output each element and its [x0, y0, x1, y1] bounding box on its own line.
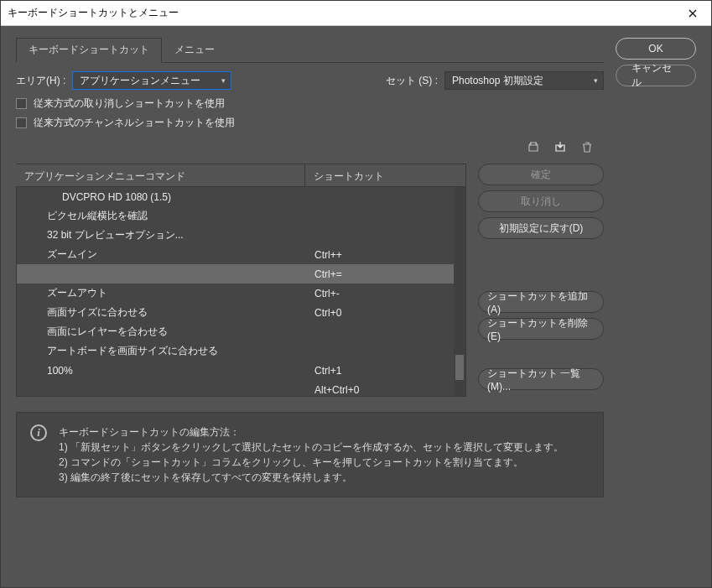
- table-row[interactable]: 32 bit プレビューオプション...: [17, 226, 465, 245]
- close-button[interactable]: [674, 1, 711, 26]
- area-label: エリア(H) :: [16, 74, 65, 88]
- dialog-content: キーボードショートカット メニュー エリア(H) : アプリケーションメニュー …: [1, 26, 711, 587]
- area-select-value: アプリケーションメニュー: [80, 74, 200, 88]
- set-select[interactable]: Photoshop 初期設定 ▾: [444, 71, 604, 90]
- cell-command: 画面サイズに合わせる: [17, 305, 306, 320]
- cell-command: ピクセル縦横比を確認: [17, 209, 306, 223]
- chevron-down-icon: ▾: [594, 76, 598, 85]
- save-as-icon: [527, 140, 540, 154]
- table-row[interactable]: ズームアウトCtrl+-: [17, 284, 465, 303]
- cancel-button[interactable]: キャンセル: [616, 65, 696, 86]
- summary-button[interactable]: ショートカット 一覧(M)...: [478, 368, 604, 390]
- side-column: OK キャンセル: [616, 38, 696, 575]
- help-title: キーボードショートカットの編集方法：: [59, 424, 564, 440]
- cell-command: 100%: [17, 365, 306, 377]
- dialog-window: キーボードショートカットとメニュー キーボードショートカット メニュー エリア(…: [0, 0, 712, 588]
- col-shortcut: ショートカット: [305, 164, 466, 186]
- table-row[interactable]: アートボードを画面サイズに合わせる: [17, 341, 465, 361]
- tabs: キーボードショートカット メニュー: [16, 38, 604, 63]
- tab-menus[interactable]: メニュー: [162, 38, 227, 62]
- table-body[interactable]: DVCPRO HD 1080 (1.5)ピクセル縦横比を確認32 bit プレビ…: [16, 187, 466, 397]
- trash-icon: [580, 140, 594, 154]
- area-select[interactable]: アプリケーションメニュー ▾: [72, 71, 231, 90]
- legacy-undo-label: 従来方式の取り消しショートカットを使用: [34, 96, 225, 111]
- table-row[interactable]: Alt+Ctrl+0: [17, 380, 465, 397]
- cell-shortcut: Ctrl+1: [306, 365, 465, 377]
- table-row[interactable]: ピクセル縦横比を確認: [17, 206, 465, 226]
- cell-command: 32 bit プレビューオプション...: [17, 228, 306, 242]
- cell-shortcut: Ctrl+-: [306, 288, 465, 299]
- main-column: キーボードショートカット メニュー エリア(H) : アプリケーションメニュー …: [16, 38, 604, 575]
- help-text: キーボードショートカットの編集方法： 1) 「新規セット」ボタンをクリックして選…: [59, 424, 564, 485]
- add-shortcut-button[interactable]: ショートカットを追加(A): [478, 291, 604, 313]
- table-row[interactable]: DVCPRO HD 1080 (1.5): [17, 187, 465, 206]
- close-icon: [689, 9, 697, 18]
- titlebar: キーボードショートカットとメニュー: [1, 1, 711, 26]
- window-title: キーボードショートカットとメニュー: [8, 6, 179, 20]
- col-command: アプリケーションメニューコマンド: [16, 164, 305, 186]
- cell-command: DVCPRO HD 1080 (1.5): [17, 191, 306, 203]
- cell-command: ズームアウト: [17, 286, 306, 300]
- table-header: アプリケーションメニューコマンド ショートカット: [16, 164, 466, 187]
- cell-shortcut: Alt+Ctrl+0: [306, 384, 465, 396]
- set-toolbar: [16, 138, 595, 155]
- save-icon: [553, 140, 567, 154]
- undo-button[interactable]: 取り消し: [478, 190, 604, 212]
- table-row[interactable]: 画面サイズに合わせるCtrl+0: [17, 303, 465, 322]
- cell-command: ズームイン: [17, 247, 306, 262]
- delete-set-button[interactable]: [579, 138, 595, 155]
- save-set-button[interactable]: [552, 138, 569, 155]
- table-row[interactable]: Ctrl+=: [17, 264, 465, 284]
- info-icon: i: [30, 424, 47, 441]
- action-buttons: 確定 取り消し 初期設定に戻す(D) ショートカットを追加(A) ショートカット…: [478, 164, 604, 397]
- legacy-undo-checkbox[interactable]: [16, 98, 27, 109]
- table-row[interactable]: ズームインCtrl++: [17, 245, 465, 264]
- scrollbar-thumb[interactable]: [455, 355, 464, 380]
- top-controls: エリア(H) : アプリケーションメニュー ▾ セット (S) : Photos…: [16, 71, 604, 135]
- new-set-button[interactable]: [525, 138, 542, 155]
- help-line-2: 2) コマンドの「ショートカット」コラムをクリックし、キーを押してショートカット…: [59, 455, 564, 470]
- help-line-3: 3) 編集の終了後にセットを保存してすべての変更を保持します。: [59, 470, 564, 485]
- set-select-value: Photoshop 初期設定: [452, 74, 543, 88]
- help-line-1: 1) 「新規セット」ボタンをクリックして選択したセットのコピーを作成するか、セッ…: [59, 440, 564, 455]
- tab-shortcuts[interactable]: キーボードショートカット: [16, 38, 162, 63]
- table-row[interactable]: 画面にレイヤーを合わせる: [17, 322, 465, 341]
- cell-shortcut: Ctrl+0: [306, 307, 465, 319]
- cell-command: 画面にレイヤーを合わせる: [17, 325, 306, 339]
- ok-button[interactable]: OK: [616, 38, 696, 60]
- confirm-button[interactable]: 確定: [478, 164, 604, 185]
- table-row[interactable]: 100%Ctrl+1: [17, 361, 465, 380]
- set-label: セット (S) :: [386, 74, 438, 88]
- chevron-down-icon: ▾: [221, 76, 226, 85]
- help-panel: i キーボードショートカットの編集方法： 1) 「新規セット」ボタンをクリックし…: [16, 412, 604, 497]
- reset-button[interactable]: 初期設定に戻す(D): [478, 217, 604, 239]
- cell-command: アートボードを画面サイズに合わせる: [17, 344, 306, 358]
- scrollbar-track[interactable]: [454, 187, 465, 396]
- delete-shortcut-button[interactable]: ショートカットを削除(E): [478, 318, 604, 340]
- cell-shortcut: Ctrl++: [306, 249, 465, 261]
- legacy-channel-checkbox[interactable]: [16, 117, 27, 128]
- cell-shortcut: Ctrl+=: [306, 268, 465, 280]
- legacy-channel-label: 従来方式のチャンネルショートカットを使用: [34, 116, 235, 130]
